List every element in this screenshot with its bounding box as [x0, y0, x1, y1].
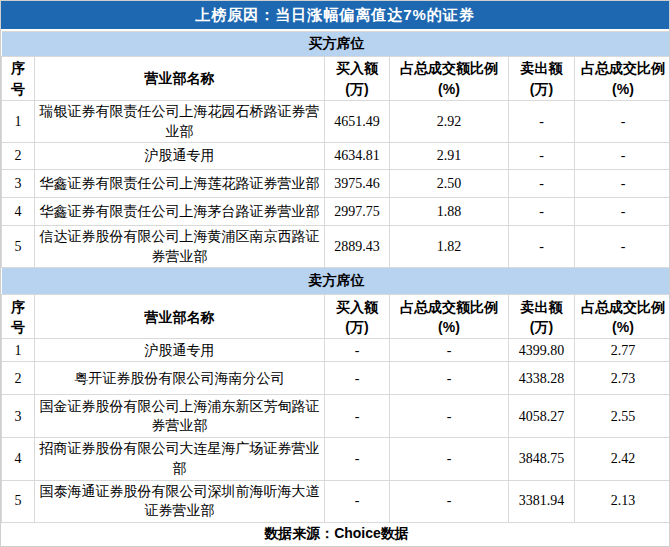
trading-seats-table: 买方席位 序号 营业部名称 买入额(万) 占总成交额比例(%) 卖出额(万) 占… — [1, 31, 670, 547]
buy-ratio: - — [390, 362, 509, 395]
buy-amount: - — [325, 480, 390, 522]
row-index: 3 — [2, 170, 35, 198]
col-header-sell-amount: 卖出额(万) — [509, 57, 575, 101]
broker-name: 粤开证券股份有限公司海南分公司 — [35, 362, 325, 395]
row-index: 1 — [2, 339, 35, 362]
buy-amount: 2997.75 — [325, 198, 390, 226]
broker-name: 华鑫证券有限责任公司上海莲花路证券营业部 — [35, 170, 325, 198]
row-index: 1 — [2, 101, 35, 143]
sell-amount: - — [509, 143, 575, 170]
buyer-section-row: 买方席位 — [2, 32, 670, 57]
sell-amount: - — [509, 226, 575, 268]
table-row: 3 华鑫证券有限责任公司上海莲花路证券营业部 3975.46 2.50 - - — [2, 170, 670, 198]
sell-ratio: 2.73 — [575, 362, 670, 395]
col-header-broker: 营业部名称 — [35, 295, 325, 339]
sell-amount: 4399.80 — [509, 339, 575, 362]
buy-ratio: - — [390, 395, 509, 438]
seller-section-label: 卖方席位 — [2, 268, 670, 295]
sell-ratio: - — [575, 143, 670, 170]
row-index: 4 — [2, 198, 35, 226]
buy-ratio: 2.50 — [390, 170, 509, 198]
table-row: 1 沪股通专用 - - 4399.80 2.77 — [2, 339, 670, 362]
buy-amount: - — [325, 339, 390, 362]
col-header-buy-ratio: 占总成交额比例(%) — [390, 295, 509, 339]
buy-amount: - — [325, 395, 390, 438]
seller-header-row: 序号 营业部名称 买入额(万) 占总成交额比例(%) 卖出额(万) 占总成交比例… — [2, 295, 670, 339]
sell-ratio: 2.13 — [575, 480, 670, 522]
row-index: 5 — [2, 226, 35, 268]
table-row: 2 粤开证券股份有限公司海南分公司 - - 4338.28 2.73 — [2, 362, 670, 395]
sell-amount: - — [509, 198, 575, 226]
col-header-sell-ratio: 占总成交比例(%) — [575, 57, 670, 101]
table-title: 上榜原因：当日涨幅偏离值达7%的证券 — [1, 1, 669, 31]
table-row: 2 沪股通专用 4634.81 2.91 - - — [2, 143, 670, 170]
row-index: 4 — [2, 438, 35, 480]
data-source-label: 数据来源：Choice数据 — [2, 522, 670, 546]
sell-amount: 3381.94 — [509, 480, 575, 522]
table-row: 5 信达证券股份有限公司上海黄浦区南京西路证券营业部 2889.43 1.82 … — [2, 226, 670, 268]
broker-name: 华鑫证券有限责任公司上海茅台路证券营业部 — [35, 198, 325, 226]
col-header-sell-ratio: 占总成交比例(%) — [575, 295, 670, 339]
sell-amount: - — [509, 101, 575, 143]
broker-name: 沪股通专用 — [35, 339, 325, 362]
buy-amount: 2889.43 — [325, 226, 390, 268]
sell-ratio: - — [575, 101, 670, 143]
buyer-header-row: 序号 营业部名称 买入额(万) 占总成交额比例(%) 卖出额(万) 占总成交比例… — [2, 57, 670, 101]
sell-amount: 4058.27 — [509, 395, 575, 438]
buy-ratio: 1.82 — [390, 226, 509, 268]
buy-amount: 4634.81 — [325, 143, 390, 170]
sell-amount: 3848.75 — [509, 438, 575, 480]
buy-amount: 3975.46 — [325, 170, 390, 198]
table-row: 4 招商证券股份有限公司大连星海广场证券营业部 - - 3848.75 2.42 — [2, 438, 670, 480]
broker-name: 招商证券股份有限公司大连星海广场证券营业部 — [35, 438, 325, 480]
broker-name: 国金证券股份有限公司上海浦东新区芳甸路证券营业部 — [35, 395, 325, 438]
buy-ratio: - — [390, 480, 509, 522]
row-index: 5 — [2, 480, 35, 522]
sell-ratio: - — [575, 198, 670, 226]
sell-ratio: - — [575, 226, 670, 268]
table-row: 3 国金证券股份有限公司上海浦东新区芳甸路证券营业部 - - 4058.27 2… — [2, 395, 670, 438]
sell-ratio: 2.77 — [575, 339, 670, 362]
row-index: 2 — [2, 143, 35, 170]
broker-name: 瑞银证券有限责任公司上海花园石桥路证券营业部 — [35, 101, 325, 143]
sell-ratio: - — [575, 170, 670, 198]
sell-amount: - — [509, 170, 575, 198]
col-header-buy-amount: 买入额(万) — [325, 295, 390, 339]
buy-ratio: 2.92 — [390, 101, 509, 143]
table-row: 4 华鑫证券有限责任公司上海茅台路证券营业部 2997.75 1.88 - - — [2, 198, 670, 226]
table-row: 1 瑞银证券有限责任公司上海花园石桥路证券营业部 4651.49 2.92 - … — [2, 101, 670, 143]
col-header-sell-amount: 卖出额(万) — [509, 295, 575, 339]
buy-ratio: - — [390, 438, 509, 480]
seller-section-row: 卖方席位 — [2, 268, 670, 295]
col-header-index: 序号 — [2, 295, 35, 339]
broker-name: 沪股通专用 — [35, 143, 325, 170]
buy-amount: 4651.49 — [325, 101, 390, 143]
col-header-index: 序号 — [2, 57, 35, 101]
buy-amount: - — [325, 362, 390, 395]
sell-ratio: 2.42 — [575, 438, 670, 480]
col-header-broker: 营业部名称 — [35, 57, 325, 101]
broker-name: 信达证券股份有限公司上海黄浦区南京西路证券营业部 — [35, 226, 325, 268]
footer-row: 数据来源：Choice数据 — [2, 522, 670, 546]
buy-amount: - — [325, 438, 390, 480]
buyer-section-label: 买方席位 — [2, 32, 670, 57]
buy-ratio: - — [390, 339, 509, 362]
ranking-table-panel: 上榜原因：当日涨幅偏离值达7%的证券 买方席位 序号 营业部名称 买入额(万) … — [0, 0, 670, 547]
col-header-buy-ratio: 占总成交额比例(%) — [390, 57, 509, 101]
buy-ratio: 1.88 — [390, 198, 509, 226]
row-index: 3 — [2, 395, 35, 438]
col-header-buy-amount: 买入额(万) — [325, 57, 390, 101]
buy-ratio: 2.91 — [390, 143, 509, 170]
sell-ratio: 2.55 — [575, 395, 670, 438]
table-row: 5 国泰海通证券股份有限公司深圳前海听海大道证券营业部 - - 3381.94 … — [2, 480, 670, 522]
sell-amount: 4338.28 — [509, 362, 575, 395]
row-index: 2 — [2, 362, 35, 395]
broker-name: 国泰海通证券股份有限公司深圳前海听海大道证券营业部 — [35, 480, 325, 522]
